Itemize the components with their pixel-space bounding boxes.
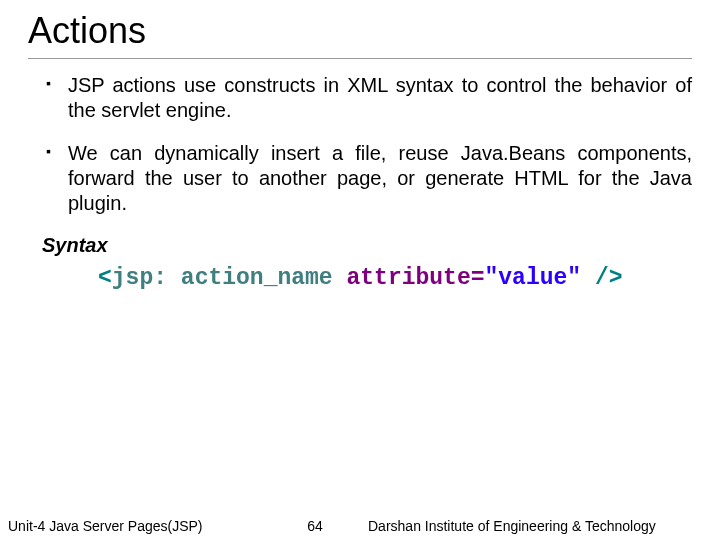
code-space	[581, 265, 595, 291]
footer-unit: Unit-4 Java Server Pages(JSP)	[0, 518, 280, 534]
code-attribute: attribute=	[346, 265, 484, 291]
code-block: <jsp: action_name attribute="value" />	[28, 265, 692, 291]
footer-page-number: 64	[280, 518, 350, 534]
slide: Actions JSP actions use constructs in XM…	[0, 0, 720, 540]
slide-footer: Unit-4 Java Server Pages(JSP) 64 Darshan…	[0, 512, 720, 540]
code-tag: jsp: action_name	[112, 265, 333, 291]
bullet-list: JSP actions use constructs in XML syntax…	[28, 73, 692, 216]
code-space	[333, 265, 347, 291]
bullet-item: We can dynamically insert a file, reuse …	[46, 141, 692, 216]
footer-institute: Darshan Institute of Engineering & Techn…	[350, 518, 720, 534]
syntax-heading: Syntax	[42, 234, 692, 257]
code-value: "value"	[485, 265, 582, 291]
code-close-bracket: />	[595, 265, 623, 291]
code-open-bracket: <	[98, 265, 112, 291]
page-title: Actions	[28, 10, 692, 59]
bullet-item: JSP actions use constructs in XML syntax…	[46, 73, 692, 123]
